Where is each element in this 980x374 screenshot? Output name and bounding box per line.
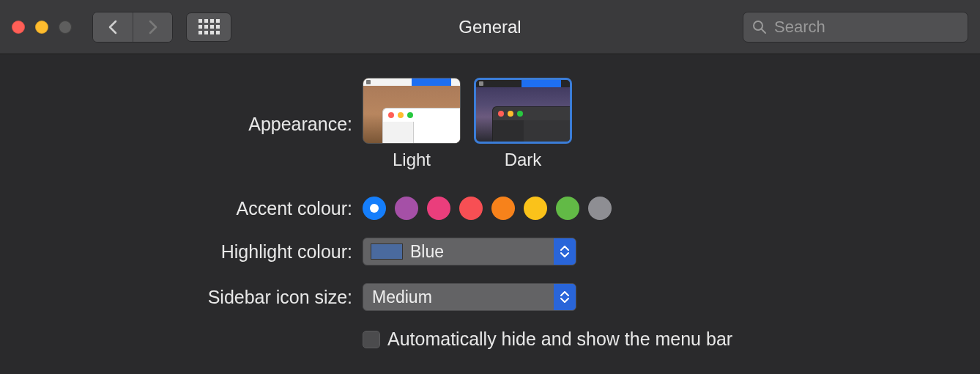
forward-button[interactable]	[133, 12, 172, 42]
sidebar-size-value: Medium	[372, 287, 432, 307]
accent-color-option[interactable]	[427, 197, 450, 220]
accent-color-option[interactable]	[395, 197, 418, 220]
highlight-swatch	[371, 243, 403, 260]
appearance-options: Light Dark	[363, 78, 572, 170]
accent-color-option[interactable]	[459, 197, 483, 220]
menubar-checkbox-row: Automatically hide and show the menu bar	[0, 329, 980, 350]
accent-row: Accent colour:	[0, 197, 980, 220]
toolbar: General	[0, 0, 980, 54]
grid-icon	[198, 19, 220, 34]
appearance-option-label: Dark	[505, 150, 542, 170]
appearance-option-light[interactable]: Light	[363, 78, 461, 170]
highlight-row: Highlight colour: Blue	[0, 238, 980, 265]
accent-color-option[interactable]	[556, 197, 579, 220]
menubar-autohide-label: Automatically hide and show the menu bar	[387, 329, 732, 350]
appearance-option-dark[interactable]: Dark	[474, 78, 572, 170]
accent-color-option[interactable]	[491, 197, 515, 220]
highlight-select[interactable]: Blue	[363, 238, 576, 265]
accent-color-option[interactable]	[363, 197, 386, 220]
appearance-row: Appearance: Light Dark	[0, 78, 980, 170]
search-input[interactable]	[774, 18, 959, 37]
nav-group	[92, 12, 173, 43]
close-window-button[interactable]	[12, 21, 25, 34]
appearance-thumb-dark	[474, 78, 572, 144]
highlight-label: Highlight colour:	[0, 241, 363, 263]
dropdown-stepper-icon	[554, 238, 576, 265]
menubar-autohide-checkbox[interactable]	[363, 331, 380, 348]
zoom-window-button[interactable]	[59, 21, 72, 34]
search-icon	[752, 20, 767, 34]
minimize-window-button[interactable]	[35, 21, 48, 34]
accent-label: Accent colour:	[0, 198, 363, 219]
svg-point-0	[754, 21, 762, 30]
sidebar-size-select[interactable]: Medium	[363, 283, 576, 311]
svg-line-1	[762, 29, 765, 33]
appearance-label: Appearance:	[0, 114, 363, 135]
dropdown-stepper-icon	[554, 284, 576, 310]
sidebar-size-label: Sidebar icon size:	[0, 287, 363, 308]
content: Appearance: Light Dark Accent colour: H	[0, 54, 980, 350]
accent-color-option[interactable]	[588, 197, 612, 220]
appearance-thumb-light	[363, 78, 461, 144]
accent-colors	[363, 197, 612, 220]
accent-color-option[interactable]	[524, 197, 547, 220]
highlight-value: Blue	[410, 242, 444, 262]
search-field[interactable]	[743, 12, 968, 43]
sidebar-size-row: Sidebar icon size: Medium	[0, 283, 980, 311]
back-button[interactable]	[93, 12, 133, 42]
appearance-option-label: Light	[393, 150, 431, 170]
window-title: General	[459, 17, 521, 37]
show-all-button[interactable]	[186, 12, 231, 42]
window-controls	[12, 21, 72, 34]
